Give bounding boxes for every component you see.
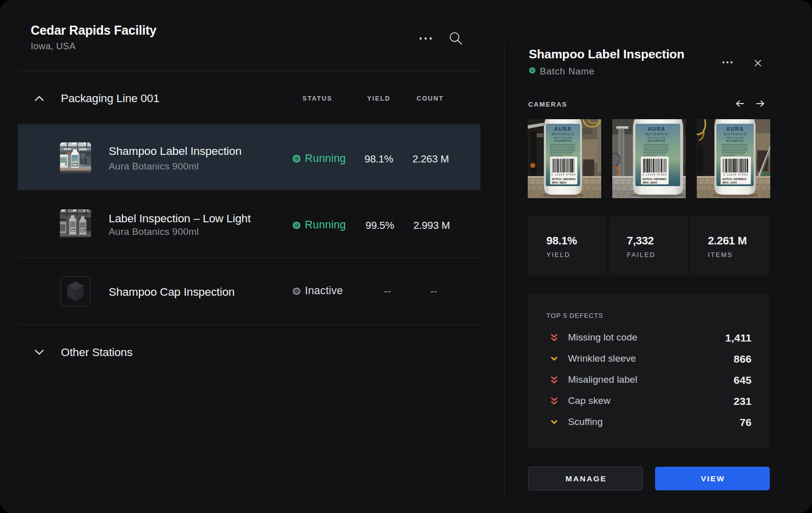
svg-text:– REVITALIZE –: – REVITALIZE –: [551, 136, 575, 139]
svg-text:BATCH: AB248901: BATCH: AB248901: [643, 178, 667, 181]
svg-text:AURA: AURA: [647, 126, 665, 132]
svg-text:MFG: 11/24: MFG: 11/24: [722, 181, 737, 184]
svg-text:BATCH: AB788012: BATCH: AB788012: [722, 178, 746, 181]
svg-text:BOTANICS: BOTANICS: [551, 132, 574, 136]
svg-text:MFG: 08/24: MFG: 08/24: [552, 181, 566, 184]
svg-text:AURA: AURA: [726, 126, 744, 132]
svg-text:SHAMPOO: SHAMPOO: [726, 139, 744, 142]
svg-text:BOTANICS: BOTANICS: [723, 132, 746, 136]
svg-text:BATCH: AB240901: BATCH: AB240901: [552, 178, 576, 181]
svg-text:BOTANICS: BOTANICS: [645, 132, 668, 136]
svg-text:– REVITALIZE –: – REVITALIZE –: [645, 136, 668, 139]
svg-text:AURA: AURA: [554, 126, 572, 132]
svg-text:MFG: 09/24: MFG: 09/24: [643, 181, 658, 184]
svg-text:SHAMPOO: SHAMPOO: [554, 139, 572, 142]
svg-text:– REVITALIZE –: – REVITALIZE –: [723, 136, 747, 139]
svg-text:0 12345 67890: 0 12345 67890: [551, 174, 576, 176]
svg-text:SHAMPOO: SHAMPOO: [647, 139, 665, 142]
svg-text:0 12345 67890: 0 12345 67890: [723, 174, 748, 176]
svg-text:0 12345 67890: 0 12345 67890: [642, 174, 667, 176]
